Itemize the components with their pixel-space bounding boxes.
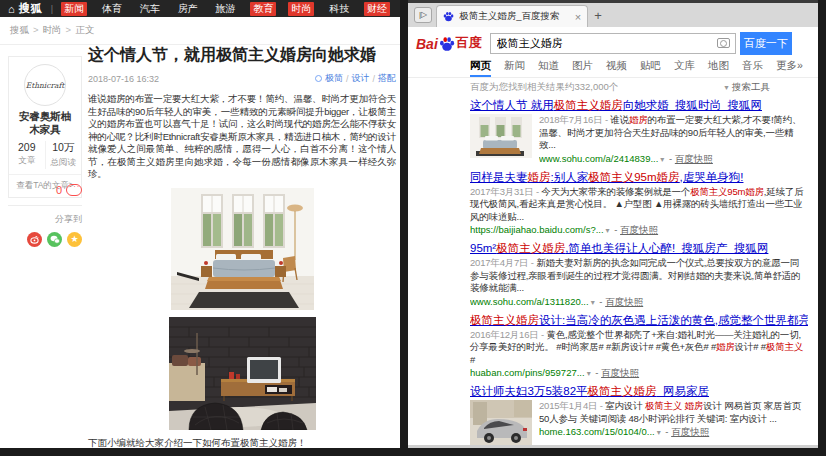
baidu-nav-tab[interactable]: 知道 [538, 59, 559, 77]
comment-bubble-icon[interactable] [66, 184, 82, 196]
result-title-link[interactable]: 同样是夫妻婚房:别人家极简主义95m婚房,虐哭单身狗! [470, 170, 808, 184]
header-nav-item[interactable]: 汽车 [137, 2, 163, 16]
article-tag-link[interactable]: 极简 [325, 72, 343, 85]
url-dropdown-icon[interactable]: ▾ [660, 155, 664, 164]
result-title-link[interactable]: 这个情人节 就用极简主义婚房向她求婚_搜狐时尚_搜狐网 [470, 98, 808, 112]
url-dropdown-icon[interactable]: ▾ [606, 226, 610, 235]
breadcrumb-item[interactable]: 搜狐 [10, 24, 29, 35]
sidebar-toggle-button[interactable]: |▷ [414, 7, 432, 23]
baidu-nav-tab[interactable]: 更多» [776, 59, 803, 77]
breadcrumb-separator: > [33, 24, 39, 35]
browser-tab-strip: |▷ 极简主义婚房_百度搜索 × + [408, 0, 818, 27]
header-nav-item[interactable]: 时尚 [288, 2, 314, 16]
stat-label: 文章 [9, 155, 45, 167]
result-title-link[interactable]: 95m²极简主义婚房,简单也美得让人心醉!_搜狐房产_搜狐网 [470, 241, 808, 255]
tab-close-icon[interactable]: × [575, 12, 581, 22]
baidu-nav-tab[interactable]: 贴吧 [640, 59, 661, 77]
result-snippet: 2015年1月4日 - 室内设计 极简主义 婚房设计 网易首页 家居首页 50人… [539, 400, 808, 425]
author-stats: 209 文章 10万 总阅读 [9, 141, 81, 175]
tools-label: 搜索工具 [732, 81, 770, 92]
share-label: 分享到 [8, 213, 82, 226]
article-image-bedroom [171, 188, 314, 310]
baidu-logo-bai: Bai [416, 36, 438, 52]
baidu-nav-tab[interactable]: 视频 [606, 59, 627, 77]
result-thumbnail[interactable] [470, 400, 532, 445]
author-card: Ethnicraft 安睿奥斯柚木家具 209 文章 10万 总阅读 查看TA的… [8, 56, 82, 198]
header-nav-item[interactable]: 科技 [326, 2, 352, 16]
snippet-text: 2017年3月31日 - [470, 186, 541, 197]
browser-tab[interactable]: 极简主义婚房_百度搜索 × [436, 5, 588, 27]
baidu-nav-tab[interactable]: 音乐 [742, 59, 763, 77]
new-tab-button[interactable]: + [594, 10, 602, 22]
search-result: 设计师夫妇3万5装82平极简主义婚房_网易家居2015年1月4日 - 室内设计 … [470, 384, 808, 445]
cached-page-link[interactable]: 百度快照 [620, 224, 658, 235]
article-tags: 极简/设计/搭配 [315, 72, 396, 85]
wechat-share-icon[interactable] [47, 232, 62, 247]
camera-search-icon[interactable] [717, 38, 730, 48]
snippet-text: 室内设计 [605, 400, 645, 411]
url-dropdown-icon[interactable]: ▾ [591, 298, 595, 307]
result-body: 2017年3月31日 - 今天为大家带来的装修案例就是一个极简主义95m婚房,延… [470, 186, 808, 238]
article-date: 2018-07-16 16:32 [88, 74, 159, 84]
author-name[interactable]: 安睿奥斯柚木家具 [9, 110, 81, 135]
result-text-column: 2015年1月4日 - 室内设计 极简主义 婚房设计 网易首页 家居首页 50人… [539, 400, 808, 445]
header-nav-item[interactable]: 教育 [250, 2, 276, 16]
baidu-nav-tab[interactable]: 文库 [674, 59, 695, 77]
url-dropdown-icon[interactable]: ▾ [657, 428, 661, 437]
result-title-text: 同样是夫妻 [470, 171, 528, 183]
result-thumbnail[interactable] [470, 114, 532, 166]
article-tag-link[interactable]: 搭配 [378, 72, 396, 85]
qzone-share-icon[interactable]: ★ [67, 232, 82, 247]
baidu-nav-tabs: 网页新闻知道图片视频贴吧文库地图音乐更多» [408, 58, 818, 78]
baidu-search-header: Bai 百度 百度一下 [408, 27, 818, 58]
header-nav-item[interactable]: 新闻 [61, 2, 87, 16]
cached-page-link[interactable]: 百度快照 [675, 153, 713, 164]
baidu-nav-tab[interactable]: 网页 [470, 59, 491, 77]
header-nav-item[interactable]: 旅游 [213, 2, 239, 16]
snippet-text: 极简主义95m婚房 [690, 186, 764, 197]
baidu-browser-window: |▷ 极简主义婚房_百度搜索 × + Bai 百度 百度一下 [408, 0, 818, 448]
stat-value: 10万 [46, 141, 82, 155]
snippet-text: 婚房 [629, 114, 648, 125]
baidu-nav-tab[interactable]: 图片 [572, 59, 593, 77]
result-text-column: 2016年12月16日 - 黄色,感觉整个世界都亮了+来自:婚礼时光——关注婚礼… [470, 329, 808, 381]
breadcrumb-separator: > [66, 24, 72, 35]
result-url-row: huaban.com/pins/959727...▾ - 百度快照 [470, 367, 808, 380]
baidu-logo[interactable]: Bai 百度 [416, 34, 482, 52]
header-nav-item[interactable]: 体育 [99, 2, 125, 16]
baidu-paw-icon [439, 36, 455, 52]
result-title-link[interactable]: 设计师夫妇3万5装82平极简主义婚房_网易家居 [470, 384, 808, 398]
search-button[interactable]: 百度一下 [740, 32, 792, 55]
result-body: 2015年1月4日 - 室内设计 极简主义 婚房设计 网易首页 家居首页 50人… [470, 400, 808, 445]
header-nav-item[interactable]: 财经 [364, 2, 390, 16]
search-input[interactable] [490, 33, 736, 54]
result-title-text: 这个情人节 就用 [470, 99, 554, 111]
url-dropdown-icon[interactable]: ▾ [587, 369, 591, 378]
article-tag-link[interactable]: 设计 [351, 72, 369, 85]
result-url: www.sohu.com/a/1311820... [470, 296, 589, 307]
screenshot-stage: ⌂搜狐 | 新闻体育汽车房产旅游教育时尚科技财经 搜狐>时尚>正文 Ethnic… [0, 0, 826, 456]
baidu-page: Bai 百度 百度一下 网页新闻知道图片视频贴吧文库地图音乐更多» 百度为您找到… [408, 27, 818, 445]
sohu-header-bar: ⌂搜狐 | 新闻体育汽车房产旅游教育时尚科技财经 [0, 0, 400, 17]
author-stat-articles: 209 文章 [9, 141, 46, 169]
result-url-row: https://baijiahao.baidu.com/s?...▾ - 百度快… [470, 224, 808, 237]
result-title-text: ,简单也美得让人心醉!_搜狐房产_搜狐网 [565, 242, 768, 254]
snippet-text: 2018年7月16日 - [539, 114, 610, 125]
snippet-text: 2015年1月4日 - [539, 400, 605, 411]
result-title-text: _网易家居 [657, 385, 709, 397]
cached-page-link[interactable]: 百度快照 [601, 367, 639, 378]
breadcrumb-item[interactable]: 时尚 [43, 24, 62, 35]
baidu-nav-tab[interactable]: 地图 [708, 59, 729, 77]
share-divider [8, 205, 82, 206]
cached-page-link[interactable]: 百度快照 [605, 296, 643, 307]
weibo-share-icon[interactable] [27, 232, 42, 247]
share-icons: ★ [8, 232, 82, 247]
result-title-link[interactable]: 极简主义婚房设计:当高冷的灰色遇上活泼的黄色,感觉整个世界都亮... [470, 313, 808, 327]
header-nav-item[interactable]: 房产 [175, 2, 201, 16]
sohu-logo[interactable]: ⌂搜狐 [8, 1, 43, 16]
author-avatar[interactable]: Ethnicraft [24, 64, 66, 106]
cached-page-link[interactable]: 百度快照 [671, 426, 709, 437]
baidu-nav-tab[interactable]: 新闻 [504, 59, 525, 77]
search-result: 极简主义婚房设计:当高冷的灰色遇上活泼的黄色,感觉整个世界都亮...2016年1… [470, 313, 808, 381]
search-tools-button[interactable]: ▼搜索工具 [723, 81, 770, 94]
